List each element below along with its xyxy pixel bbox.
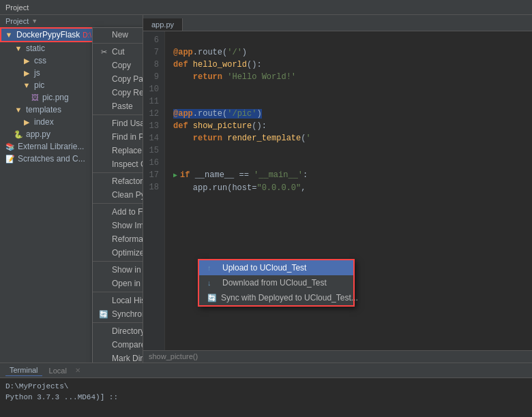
menu-divider-4 [93, 203, 143, 204]
menu-item-copy[interactable]: Copy Ctrl+C [93, 59, 143, 72]
tree-item-label: External Librarie... [18, 142, 84, 151]
editor-tabs: app.py [143, 15, 532, 31]
menu-item-local-history[interactable]: Local History [93, 294, 143, 307]
menu-label: Inspect Code... [112, 159, 143, 169]
library-icon: 📚 [5, 142, 15, 151]
menu-label: Compare With... [112, 340, 143, 350]
menu-divider-1 [93, 43, 143, 44]
submenu-item-download[interactable]: ↓ Download from UCloud_Test [199, 275, 353, 290]
editor-area: app.py 6 7 8 9 10 11 12 13 14 15 16 17 [143, 15, 532, 362]
menu-item-new[interactable]: New [93, 28, 143, 42]
menu-label: Cut [112, 47, 125, 57]
menu-label: Copy [112, 61, 131, 70]
menu-label: Paste [112, 102, 133, 111]
terminal-close-button[interactable]: ✕ [75, 367, 80, 374]
menu-item-cut[interactable]: ✂ Cut Ctrl+X [93, 45, 143, 59]
menu-divider-5 [93, 261, 143, 262]
terminal-content: D:\MyProjects\ Python 3.7.3 ...MD64)] :: [0, 378, 532, 405]
folder-icon-index: ▶ [22, 118, 31, 127]
line-numbers: 6 7 8 9 10 11 12 13 14 15 16 17 18 [143, 31, 165, 350]
terminal-line-1: D:\MyProjects\ [5, 381, 527, 392]
menu-divider-7 [93, 322, 143, 323]
sidebar: Project ▼ ▼ DockerPypyFlask D:\MyProje..… [0, 15, 143, 362]
upload-icon: ↑ [207, 264, 218, 272]
terminal-arch: ...MD64)] :: [64, 393, 118, 401]
menu-item-reformat-code[interactable]: Reformat Code Ctrl+Alt+L [93, 232, 143, 246]
menu-label: Mark Directory as [112, 354, 143, 362]
menu-label: Copy Relative Path [112, 88, 143, 97]
menu-item-paste[interactable]: Paste Ctrl+V [93, 99, 143, 113]
tree-item-label: app.py [26, 129, 50, 139]
main-container: Project Project ▼ ▼ DockerPypyFlask D:\M… [0, 0, 532, 417]
tree-item-label: DockerPypyFlask [16, 30, 80, 40]
terminal-tab-terminal[interactable]: Terminal [5, 365, 42, 376]
folder-icon-pic: ▼ [22, 81, 31, 89]
menu-item-directory-path[interactable]: Directory Path Ctrl+Alt+F12 [93, 324, 143, 338]
menu-item-compare-with[interactable]: Compare With... Ctrl+D [93, 338, 143, 352]
project-header[interactable]: Project ▼ [0, 15, 143, 27]
menu-label: Optimize Imports [112, 248, 143, 258]
menu-label: Replace in Path... [112, 146, 143, 155]
tree-item-label: Scratches and C... [18, 154, 85, 164]
folder-icon-templates: ▼ [14, 106, 23, 114]
terminal-tab-local[interactable]: Local [45, 365, 71, 376]
terminal-tabs: Terminal Local ✕ [0, 363, 532, 378]
submenu-item-sync[interactable]: 🔄 Sync with Deployed to UCloud_Test... [199, 290, 353, 305]
deployment-submenu: ↑ Upload to UCloud_Test ↓ Download from … [198, 259, 355, 307]
menu-label: Find Usages [112, 119, 143, 128]
menu-label: Clean Python Compiled Files [112, 190, 143, 200]
submenu-item-upload[interactable]: ↑ Upload to UCloud_Test [199, 260, 353, 275]
tree-item-label: pic [34, 80, 44, 90]
menu-label: Find in Path... [112, 132, 143, 142]
menu-item-add-favorites[interactable]: Add to Favorites [93, 205, 143, 219]
menu-item-inspect-code[interactable]: Inspect Code... [93, 157, 143, 171]
folder-icon-js: ▶ [22, 69, 31, 78]
dropdown-arrow-icon: ▼ [31, 18, 38, 25]
menu-item-clean-python[interactable]: Clean Python Compiled Files [93, 188, 143, 202]
terminal-line-2: Python 3.7.3 ...MD64)] :: [5, 392, 527, 403]
sync-icon: 🔄 [98, 310, 109, 319]
menu-item-copy-path[interactable]: Copy Path Ctrl+Shift+C [93, 72, 143, 86]
menu-item-show-explorer[interactable]: Show in Explorer [93, 263, 143, 277]
submenu-label: Download from UCloud_Test [222, 278, 327, 288]
cut-icon: ✂ [98, 48, 109, 57]
content-area: Project ▼ ▼ DockerPypyFlask D:\MyProje..… [0, 15, 532, 362]
menu-divider-6 [93, 292, 143, 292]
menu-label: Open in Terminal [112, 279, 143, 288]
status-bar: show_picture() [143, 350, 532, 362]
menu-divider-3 [93, 172, 143, 173]
tree-item-label: templates [26, 105, 61, 114]
submenu-label: Sync with Deployed to UCloud_Test... [221, 293, 358, 303]
menu-label: Show Image Thumbnails [112, 221, 143, 230]
terminal-path: D:\MyProjects\ [5, 382, 68, 390]
menu-item-replace-in-path[interactable]: Replace in Path... Ctrl+Shift+R [93, 144, 143, 157]
menu-item-mark-directory[interactable]: Mark Directory as [93, 352, 143, 362]
sync-deployed-icon: 🔄 [207, 294, 217, 303]
menu-label: Refactor [112, 176, 143, 186]
menu-item-show-image-thumbnails[interactable]: Show Image Thumbnails Ctrl+Shift+T [93, 219, 143, 232]
python-file-icon: 🐍 [14, 130, 23, 139]
folder-open-icon: ▼ [4, 31, 14, 39]
menu-label: Local History [112, 296, 143, 305]
menu-item-refactor[interactable]: Refactor [93, 174, 143, 188]
menu-item-find-usages[interactable]: Find Usages Alt+F7 [93, 117, 143, 130]
menu-divider-2 [93, 114, 143, 115]
menu-label: Reformat Code [112, 234, 143, 244]
menu-item-synchronize[interactable]: 🔄 Synchronize 'DockerPypyFlask' [93, 307, 143, 321]
context-menu: New ✂ Cut Ctrl+X Copy Ctrl+C Copy Path C… [92, 27, 143, 362]
tab-apppy[interactable]: app.py [143, 18, 183, 31]
tree-item-label: static [26, 44, 45, 53]
title-bar: Project [0, 0, 532, 15]
footer-text: show_picture() [149, 352, 198, 360]
folder-icon-static: ▼ [14, 44, 23, 52]
tree-item-label: js [34, 68, 40, 78]
download-icon: ↓ [207, 279, 218, 287]
menu-item-optimize-imports[interactable]: Optimize Imports Ctrl+Alt+O [93, 246, 143, 260]
menu-item-open-terminal[interactable]: Open in Terminal [93, 277, 143, 290]
menu-item-copy-relative-path[interactable]: Copy Relative Path Ctrl+Alt+Shift+C [93, 86, 143, 99]
menu-item-find-in-path[interactable]: Find in Path... Ctrl+Shift+F [93, 130, 143, 144]
menu-label: New [112, 30, 128, 40]
terminal-python-version: Python 3.7.3 [5, 393, 59, 401]
tree-item-label: css [34, 56, 46, 65]
terminal-area: Terminal Local ✕ D:\MyProjects\ Python 3… [0, 362, 532, 417]
